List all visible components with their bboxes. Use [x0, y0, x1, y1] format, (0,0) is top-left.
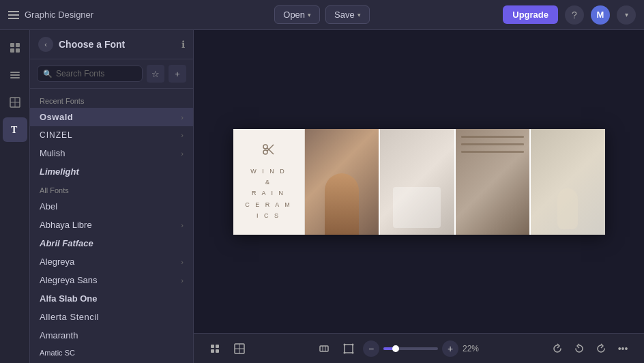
text-icon[interactable]: T: [3, 117, 27, 142]
photo-shelves: [461, 136, 525, 228]
ceramics-text: W I N D&R A I NC E R A MI C S: [245, 166, 292, 221]
svg-rect-2: [10, 48, 14, 53]
open-button[interactable]: Open ▾: [274, 5, 320, 24]
font-panel: ‹ Choose a Font ℹ 🔍 ☆ + Recent Fonts Osw…: [30, 30, 194, 363]
font-item-alegreya[interactable]: Alegreya ›: [30, 252, 193, 271]
font-list: Recent Fonts Oswald › CINZEL › Mulish › …: [30, 89, 193, 363]
zoom-in-button[interactable]: +: [442, 340, 458, 357]
redo-button[interactable]: [591, 338, 611, 359]
alegreya-sans-chevron-icon: ›: [181, 276, 184, 285]
svg-line-13: [267, 148, 274, 155]
topbar-center: Open ▾ Save ▾: [274, 5, 369, 24]
app-title: Graphic Designer: [25, 10, 93, 20]
grid-icon[interactable]: [3, 90, 27, 115]
font-search-row: 🔍 ☆ +: [30, 59, 193, 89]
svg-rect-3: [16, 48, 20, 53]
open-chevron-icon: ▾: [308, 12, 311, 18]
svg-rect-17: [211, 349, 214, 353]
font-item-abril[interactable]: Abril Fatface: [30, 234, 193, 252]
elements-icon[interactable]: [3, 35, 27, 60]
svg-point-27: [352, 343, 354, 345]
alegreya-chevron-icon: ›: [181, 258, 184, 266]
photo-person: [325, 173, 359, 235]
font-item-abhaya[interactable]: Abhaya Libre ›: [30, 216, 193, 234]
font-item-alegreya-sans[interactable]: Alegreya Sans ›: [30, 271, 193, 289]
svg-rect-4: [10, 72, 20, 73]
cinzel-chevron-icon: ›: [181, 131, 184, 139]
photo-2: [379, 129, 454, 235]
upgrade-button[interactable]: Upgrade: [503, 5, 558, 24]
undo-redo-group: •••: [547, 338, 633, 359]
caret-icon[interactable]: ▾: [617, 5, 636, 25]
font-item-amatic[interactable]: Amatic SC: [30, 345, 193, 361]
svg-rect-18: [216, 349, 219, 353]
svg-rect-6: [10, 77, 20, 78]
avatar[interactable]: M: [591, 5, 610, 25]
fit-screen-button[interactable]: [314, 338, 334, 359]
mulish-chevron-icon: ›: [181, 149, 184, 158]
photo-3: [454, 129, 530, 235]
svg-rect-16: [216, 345, 219, 348]
topbar-left: Graphic Designer: [8, 10, 274, 20]
transform-button[interactable]: [338, 338, 359, 359]
layers-tool-button[interactable]: [205, 338, 225, 359]
font-item-limelight[interactable]: Limelight: [30, 162, 193, 181]
svg-rect-0: [10, 43, 14, 47]
svg-rect-22: [320, 346, 328, 351]
photo-dishes: [393, 187, 441, 228]
svg-point-29: [352, 351, 354, 353]
undo-button[interactable]: [569, 338, 589, 359]
bottom-toolbar: − + 22%: [194, 333, 644, 363]
design-left-panel: W I N D&R A I NC E R A MI C S: [233, 129, 305, 235]
favorites-button[interactable]: ☆: [147, 65, 164, 83]
font-item-abel[interactable]: Abel: [30, 197, 193, 216]
font-panel-title: Choose a Font: [59, 39, 176, 50]
canvas-content[interactable]: W I N D&R A I NC E R A MI C S: [194, 30, 644, 333]
font-item-allerta[interactable]: Allerta Stencil: [30, 308, 193, 326]
svg-point-26: [344, 343, 346, 345]
svg-line-14: [267, 145, 274, 151]
svg-rect-1: [16, 43, 20, 47]
svg-point-28: [344, 351, 346, 353]
abhaya-chevron-icon: ›: [181, 221, 184, 229]
all-fonts-label: All Fonts: [30, 181, 193, 197]
toolbar-left: [205, 338, 250, 359]
zoom-controls: − + 22%: [314, 338, 483, 359]
font-search-box: 🔍: [37, 66, 143, 82]
more-button[interactable]: •••: [613, 338, 633, 359]
photo-vase: [557, 188, 578, 229]
svg-text:T: T: [11, 125, 18, 135]
svg-rect-25: [345, 345, 353, 353]
search-icon: 🔍: [43, 70, 53, 78]
save-chevron-icon: ▾: [357, 12, 361, 18]
sidebar-icons: T: [0, 30, 30, 363]
add-font-button[interactable]: +: [169, 65, 186, 83]
grid-tool-button[interactable]: [229, 338, 250, 359]
refresh-button[interactable]: [547, 338, 568, 359]
recent-fonts-label: Recent Fonts: [30, 91, 193, 108]
svg-rect-5: [10, 74, 20, 76]
design-frame: W I N D&R A I NC E R A MI C S: [233, 129, 605, 235]
search-input[interactable]: [56, 69, 136, 78]
photo-1: [305, 129, 379, 235]
scissors-icon: [261, 142, 276, 160]
font-item-cinzel[interactable]: CINZEL ›: [30, 126, 193, 144]
menu-icon[interactable]: [8, 11, 19, 19]
font-item-oswald[interactable]: Oswald ›: [30, 108, 193, 126]
save-button[interactable]: Save ▾: [325, 5, 370, 24]
back-button[interactable]: ‹: [38, 37, 53, 52]
design-photos: [305, 129, 605, 235]
canvas-area: W I N D&R A I NC E R A MI C S: [194, 30, 644, 363]
zoom-slider[interactable]: [383, 347, 438, 350]
font-item-alfa[interactable]: Alfa Slab One: [30, 289, 193, 308]
layers-icon[interactable]: [3, 63, 27, 87]
info-icon[interactable]: ℹ: [181, 39, 185, 50]
topbar-right: Upgrade ? M ▾: [370, 5, 636, 25]
font-panel-header: ‹ Choose a Font ℹ: [30, 30, 193, 59]
zoom-slider-thumb[interactable]: [392, 345, 399, 352]
font-item-amaranth[interactable]: Amaranth: [30, 326, 193, 345]
font-item-mulish[interactable]: Mulish ›: [30, 144, 193, 162]
svg-rect-15: [211, 345, 214, 348]
zoom-out-button[interactable]: −: [363, 340, 379, 357]
help-icon[interactable]: ?: [565, 5, 584, 25]
